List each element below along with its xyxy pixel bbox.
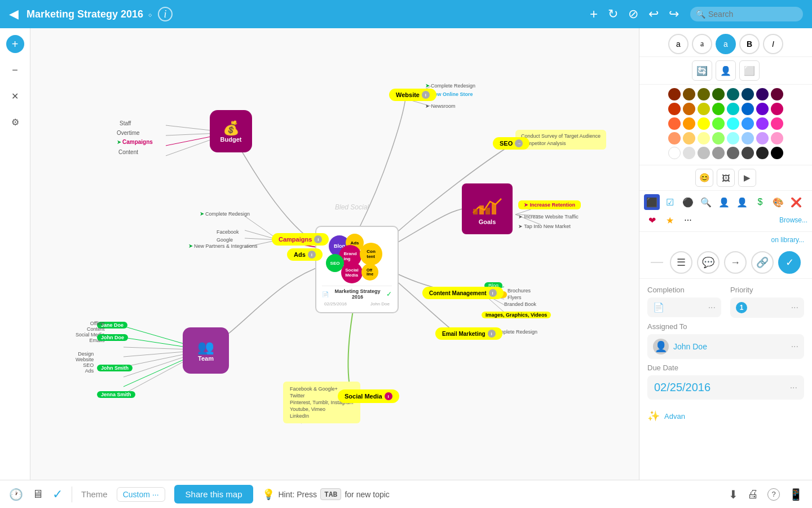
sticker-person2[interactable]: 👤 [734,194,750,210]
color-swatch[interactable] [698,88,710,100]
help-icon[interactable]: ? [767,488,780,501]
seo-node[interactable]: SEO → [493,137,529,150]
color-swatch[interactable] [683,147,695,159]
advanced-link[interactable]: Advan [664,412,685,421]
back-button[interactable]: ◀ [9,8,19,20]
color-swatch[interactable] [668,132,681,144]
color-swatch[interactable] [742,88,754,100]
add-topic-icon[interactable]: + [590,6,598,22]
priority-box[interactable]: 1 ··· [730,297,804,318]
color-swatch[interactable] [727,103,739,115]
image-icon-button[interactable]: 🖼 [717,169,735,187]
website-item-redesign[interactable]: ➤Complete Redesign [425,82,475,89]
campaigns-node[interactable]: Campaigns i [272,233,329,246]
color-swatch[interactable] [756,147,769,159]
check-icon[interactable]: ✓ [52,487,63,502]
search-input[interactable] [690,7,803,21]
link-button[interactable]: 🔗 [751,251,774,274]
sm-youtube[interactable]: Youtube, Vimeo [290,406,354,412]
color-swatch[interactable] [742,103,754,115]
content-brochures[interactable]: Brochures [508,288,531,294]
text-style-bold[interactable]: B [739,34,760,54]
menu-button[interactable]: ☰ [670,251,692,274]
done-button[interactable]: ✓ [778,251,801,274]
sticker-heart[interactable]: ❤ [644,212,660,228]
website-item-newsroom[interactable]: ➤ Newsroom [425,100,456,110]
due-date-box[interactable]: 02/25/2016 ··· [647,375,804,400]
seo-item-survey[interactable]: Conduct Survey of Target Audience [521,133,601,139]
team-node[interactable]: 👥 Team [183,327,229,374]
text-style-serif[interactable]: a [692,34,712,54]
library-link[interactable]: on library... [771,236,804,244]
color-swatch[interactable] [771,132,783,144]
print-icon[interactable]: 🖨 [747,488,758,501]
sticker-person1[interactable]: 👤 [716,194,732,210]
redo-icon[interactable]: ↪ [669,7,679,21]
info-button[interactable]: i [158,7,173,21]
color-swatch[interactable] [756,117,769,130]
text-style-normal[interactable]: a [668,34,689,54]
color-swatch[interactable] [698,103,710,115]
undo-icon[interactable]: ↩ [648,7,659,21]
connect-button[interactable]: ✕ [6,87,24,105]
theme-custom-button[interactable]: Custom ··· [117,487,165,502]
download-icon[interactable]: ⬇ [729,488,738,501]
monitor-icon[interactable]: 🖥 [32,488,43,501]
sticker-blue-square[interactable]: ⬛ [644,194,660,210]
arrow-button[interactable]: → [724,251,747,274]
emoji-icon-button[interactable]: 😊 [695,169,713,187]
color-swatch[interactable] [727,88,739,100]
color-swatch[interactable] [727,132,739,144]
color-swatch[interactable] [668,103,681,115]
budget-item-overtime[interactable]: Overtime [117,130,140,136]
website-node[interactable]: Website i [389,89,436,101]
text-style-rounded[interactable]: a [716,34,736,54]
color-swatch[interactable] [771,117,783,130]
color-swatch[interactable] [698,117,710,130]
sticker-more[interactable]: ··· [680,212,696,228]
color-swatch[interactable] [668,88,681,100]
color-swatch[interactable] [727,147,739,159]
color-swatch[interactable] [742,117,754,130]
zoom-in-button[interactable]: + [6,35,24,53]
assigned-box[interactable]: 👤 John Doe ··· [647,334,804,359]
budget-item-campaigns[interactable]: ➤Campaigns [117,139,153,145]
zoom-out-button[interactable]: − [6,61,24,79]
settings-button[interactable]: ⚙ [6,113,24,131]
ads-node[interactable]: Ads i [287,248,323,261]
completion-dots[interactable]: ··· [708,303,716,313]
color-swatch[interactable] [771,147,783,159]
color-swatch[interactable] [742,132,754,144]
sticker-check[interactable]: ☑ [662,194,678,210]
content-management-node[interactable]: Content Management i [422,287,504,299]
john-smith-label[interactable]: John Smith [97,365,133,371]
history-icon[interactable]: 🕐 [9,488,23,501]
budget-node[interactable]: 💰 Budget [210,110,252,152]
sticker-star[interactable]: ★ [662,212,678,228]
mind-map-canvas[interactable]: Blog Ads Branding Content SEO SocialMedi… [30,28,639,480]
campaigns-partners[interactable]: ➤New Partners & Integrations [188,243,258,249]
assigned-dots[interactable]: ··· [791,341,798,352]
shape-smiley-icon[interactable]: 🔄 [692,60,712,81]
play-icon-button[interactable]: ▶ [738,169,756,187]
social-media-node[interactable]: Social Media i [338,389,399,403]
color-swatch[interactable] [712,147,725,159]
color-swatch[interactable] [771,103,783,115]
sticker-black-circle[interactable]: ⚫ [680,194,696,210]
email-marketing-node[interactable]: Email Marketing i [435,327,502,340]
shape-person-icon[interactable]: 👤 [716,60,736,81]
browse-link[interactable]: Browse... [779,216,807,224]
color-swatch[interactable] [712,132,725,144]
sm-linkedin[interactable]: LinkedIn [290,413,354,419]
shape-rect-icon[interactable]: ⬜ [739,60,760,81]
color-swatch[interactable] [698,147,710,159]
budget-item-content[interactable]: Content [118,149,138,155]
color-swatch[interactable] [712,117,725,130]
content-flyers[interactable]: Flyers [508,295,522,300]
budget-item-staff[interactable]: Staff [120,120,131,126]
sticker-dollar[interactable]: $ [752,194,768,210]
sticker-paint[interactable]: 🎨 [770,194,786,210]
due-date-dots[interactable]: ··· [790,383,797,393]
color-swatch[interactable] [668,117,681,130]
color-swatch[interactable] [712,103,725,115]
